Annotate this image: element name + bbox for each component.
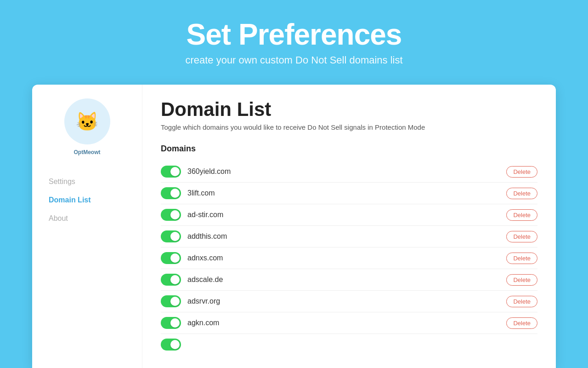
delete-button-360yield[interactable]: Delete: [506, 166, 537, 178]
domain-name: 3lift.com: [187, 189, 506, 197]
toggle-3lift[interactable]: [161, 187, 181, 199]
sidebar-item-settings[interactable]: Settings: [41, 174, 133, 190]
toggle-addthis[interactable]: [161, 230, 181, 242]
delete-button-addthis[interactable]: Delete: [506, 231, 537, 242]
domain-name: addthis.com: [187, 232, 506, 241]
toggle-ad-stir[interactable]: [161, 209, 181, 221]
toggle-360yield[interactable]: [161, 166, 181, 178]
sidebar-nav: Settings Domain List About: [41, 174, 133, 226]
delete-button-adsrvr[interactable]: Delete: [506, 296, 537, 307]
content-description: Toggle which domains you would like to r…: [161, 123, 537, 131]
sidebar-item-domain-list[interactable]: Domain List: [41, 192, 133, 208]
domain-name: agkn.com: [187, 319, 506, 327]
table-row: adscale.de Delete: [161, 269, 537, 291]
domains-list: 360yield.com Delete 3lift.com Delete ad-…: [161, 161, 537, 355]
domain-name: ad-stir.com: [187, 211, 506, 219]
table-row: adsrvr.org Delete: [161, 291, 537, 312]
domain-name: adnxs.com: [187, 254, 506, 262]
sidebar: 🐱 OptMeowt Settings Domain List About: [32, 85, 142, 368]
toggle-agkn[interactable]: [161, 317, 181, 329]
domain-name: 360yield.com: [187, 167, 506, 176]
table-row: adnxs.com Delete: [161, 247, 537, 269]
page-subtitle: create your own custom Do Not Sell domai…: [9, 54, 579, 66]
main-card: 🐱 OptMeowt Settings Domain List About Do…: [32, 85, 556, 368]
delete-button-3lift[interactable]: Delete: [506, 188, 537, 199]
table-row: addthis.com Delete: [161, 226, 537, 247]
table-row-partial: [161, 334, 537, 355]
toggle-adnxs[interactable]: [161, 252, 181, 264]
toggle-partial[interactable]: [161, 339, 181, 351]
domain-name: adsrvr.org: [187, 297, 506, 305]
table-row: 3lift.com Delete: [161, 183, 537, 204]
toggle-adscale[interactable]: [161, 274, 181, 286]
delete-button-adscale[interactable]: Delete: [506, 274, 537, 286]
toggle-adsrvr[interactable]: [161, 295, 181, 307]
domains-section-title: Domains: [161, 144, 537, 154]
delete-button-ad-stir[interactable]: Delete: [506, 209, 537, 221]
domain-name: adscale.de: [187, 276, 506, 284]
delete-button-agkn[interactable]: Delete: [506, 317, 537, 329]
content-area: Domain List Toggle which domains you wou…: [142, 85, 556, 368]
content-title: Domain List: [161, 98, 537, 121]
page-title: Set Preferences: [9, 18, 579, 51]
sidebar-item-about[interactable]: About: [41, 211, 133, 226]
logo-circle: 🐱: [64, 98, 110, 144]
table-row: agkn.com Delete: [161, 312, 537, 334]
logo-label: OptMeowt: [74, 149, 101, 155]
table-row: ad-stir.com Delete: [161, 204, 537, 226]
delete-button-adnxs[interactable]: Delete: [506, 253, 537, 264]
header: Set Preferences create your own custom D…: [0, 0, 588, 80]
table-row: 360yield.com Delete: [161, 161, 537, 183]
cat-icon: 🐱: [76, 112, 99, 131]
